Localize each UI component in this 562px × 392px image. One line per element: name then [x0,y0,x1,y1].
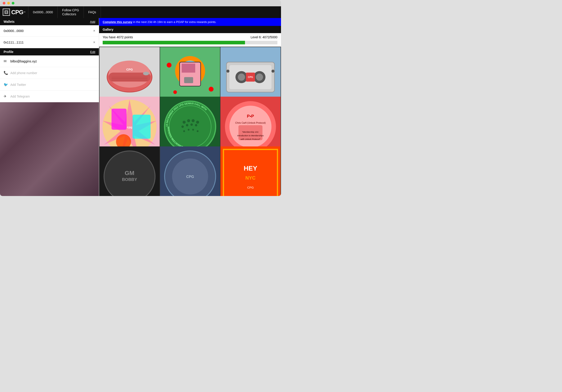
svg-text:cpg: cpg [127,126,132,129]
svg-text:CPG: CPG [126,68,133,71]
svg-point-51 [187,129,189,131]
add-wallet-button[interactable]: Add [90,20,95,24]
svg-point-6 [143,72,149,75]
progress-fill [103,41,245,44]
minimize-button[interactable] [7,2,10,4]
svg-text:"Membership 101:: "Membership 101: [242,131,259,133]
svg-point-50 [183,131,185,132]
svg-point-49 [195,124,197,127]
svg-text:with Unlock Protocol": with Unlock Protocol" [241,138,261,140]
svg-point-48 [190,123,193,126]
logo: CPG™ [0,6,28,18]
edit-profile-button[interactable]: Edit [90,50,95,54]
svg-text:Introduction to Memberships: Introduction to Memberships [237,134,264,137]
svg-text:P•P: P•P [247,114,254,119]
svg-point-52 [192,129,194,131]
navbar: CPG™ 0x0000...0000 Follow CPG Collectors… [0,6,281,18]
svg-text:HEY: HEY [244,164,258,172]
svg-text:CPG: CPG [248,76,253,78]
gallery-header: Gallery [99,26,281,33]
gallery-item-9[interactable]: HEY NYC CPG [221,146,281,196]
svg-text:BOBBY: BOBBY [122,177,137,182]
survey-banner: Complete this survey in the next 23d 4h … [99,18,281,26]
svg-point-53 [197,131,198,132]
right-panel: Complete this survey in the next 23d 4h … [99,18,281,196]
svg-point-46 [181,126,184,128]
svg-rect-35 [111,109,127,130]
telegram-icon: ✈ [4,94,8,98]
close-button[interactable] [3,2,5,4]
nav-follow-cpg[interactable]: Follow CPG Collectors [58,6,84,18]
level-label: Level 6: 4072/5000 [251,35,277,39]
survey-link[interactable]: Complete this survey [103,20,132,24]
svg-text:NYC: NYC [246,175,256,180]
svg-text:CPG: CPG [247,186,254,189]
wallets-label: Wallets [4,20,15,24]
wallet-item-2: 0x1111...1111 × [0,37,99,48]
svg-rect-16 [184,77,193,83]
wallet-address-1: 0x0000...0000 [4,29,24,33]
profile-header: Profile Edit [0,48,99,55]
svg-text:GM: GM [125,169,134,176]
twitter-icon: 🐦 [4,83,8,87]
phone-item[interactable]: 📞 Add phone number [0,67,99,79]
remove-wallet-2-button[interactable]: × [93,40,95,44]
svg-rect-15 [182,63,195,72]
email-value: bilbo@baggins.xyz [10,59,37,63]
nav-wallet-address: 0x0000...0000 [28,6,58,18]
sidebar: Wallets Add 0x0000...0000 × 0x1111...111… [0,18,99,196]
points-row: You have 4072 points Level 6: 4072/5000 [103,35,277,39]
progress-bar [103,41,277,44]
telegram-item[interactable]: ✈ Add Telegram [0,91,99,102]
email-icon: ✉ [4,59,8,63]
app-window: CPG™ 0x0000...0000 Follow CPG Collectors… [0,0,281,196]
svg-point-25 [238,73,245,81]
svg-point-17 [167,63,171,67]
svg-point-43 [187,119,190,122]
svg-rect-36 [133,115,151,139]
points-label: You have 4072 points [103,35,133,39]
svg-text:Chris Carfi (Unlock Protocol): Chris Carfi (Unlock Protocol) [235,121,266,124]
profile-section: Profile Edit ✉ bilbo@baggins.xyz 📞 Add p… [0,48,99,102]
svg-point-19 [173,90,177,94]
profile-label: Profile [4,50,13,54]
svg-text:CPG: CPG [186,175,194,179]
phone-placeholder: Add phone number [10,71,37,75]
nav-faqs[interactable]: FAQs [84,6,101,18]
svg-point-29 [226,70,229,72]
telegram-placeholder: Add Telegram [10,95,30,98]
svg-point-18 [209,87,213,92]
logo-icon [3,9,10,16]
svg-point-40 [164,101,216,152]
logo-text: CPG [11,9,23,16]
wallets-section: Wallets Add 0x0000...0000 × 0x1111...111… [0,18,99,48]
remove-wallet-1-button[interactable]: × [93,29,95,33]
svg-point-27 [256,73,263,81]
wallet-item-1: 0x0000...0000 × [0,25,99,37]
twitter-item[interactable]: 🐦 Add Twitter [0,79,99,91]
email-item: ✉ bilbo@baggins.xyz [0,55,99,67]
twitter-placeholder: Add Twitter [10,83,26,86]
gallery-item-7[interactable]: GM BOBBY [100,146,160,196]
wallets-header: Wallets Add [0,18,99,25]
wallet-address-2: 0x1111...1111 [4,41,24,44]
svg-point-45 [196,121,199,124]
sidebar-background [0,102,99,196]
gallery-item-8[interactable]: CPG [160,146,220,196]
titlebar [0,0,281,6]
maximize-button[interactable] [12,2,14,4]
points-section: You have 4072 points Level 6: 4072/5000 [99,33,281,47]
svg-point-44 [192,119,195,122]
svg-point-47 [186,124,188,127]
main-content: Wallets Add 0x0000...0000 × 0x1111...111… [0,18,281,196]
phone-icon: 📞 [4,71,8,75]
gallery-grid: CPG 700 points/mo [99,47,281,196]
svg-point-42 [183,121,186,124]
svg-point-30 [271,70,274,72]
survey-message: in the next 23d 4h 19m to earn a POAP fo… [132,20,216,24]
